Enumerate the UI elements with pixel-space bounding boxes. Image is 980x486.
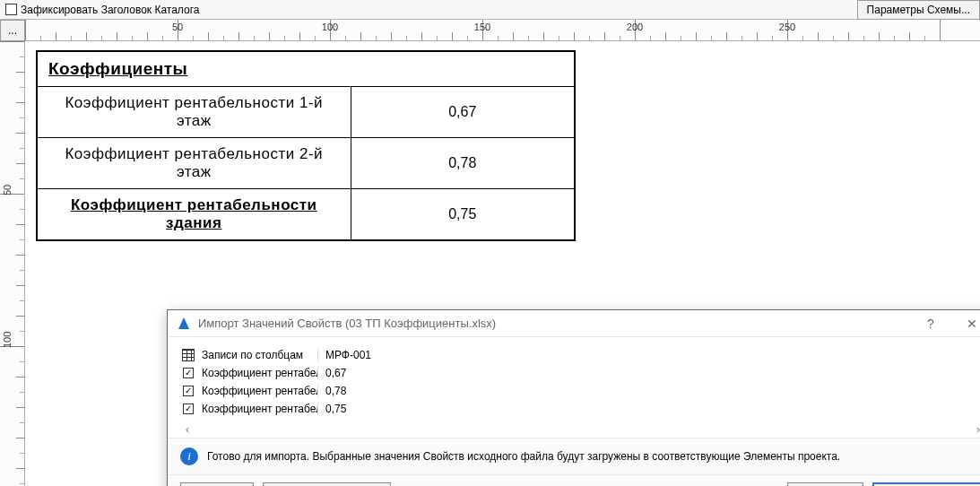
import-item-label: Коэффициент рентабел [202,403,318,415]
row-label: Коэффициент рентабельности здания [37,189,351,241]
scroll-left-icon[interactable]: ‹ [182,423,193,436]
row-label: Коэффициент рентабельности 2-й этаж [37,138,351,189]
row-value: 0,67 [351,87,575,138]
find-button[interactable]: Найти... [180,482,254,486]
corner-options-button[interactable]: ... [0,20,25,41]
status-text: Готово для импорта. Выбранные значения С… [207,450,840,463]
checkbox-icon[interactable] [183,368,194,378]
save-report-button[interactable]: Сохранить Отчет... [263,482,391,486]
columns-header-row: Записи по столбцам МРФ-001 [180,346,980,364]
import-item-label: Коэффициент рентабел [202,385,318,397]
row-label: Коэффициент рентабельности 1-й этаж [37,87,351,138]
close-button[interactable]: Закрыть [787,482,863,486]
vertical-ruler: 50100 [0,41,25,486]
horizontal-ruler: 50100150200250 [25,20,980,40]
schedule-title: Коэффициенты [37,51,575,87]
import-dialog: Импорт Значений Свойств (03 ТП Коэффицие… [167,309,980,486]
import-item-value: 0,75 [324,403,386,415]
columns-icon [182,349,195,361]
row-value: 0,75 [351,189,575,241]
checkbox-icon[interactable] [183,386,194,396]
import-item-value: 0,67 [324,367,386,379]
checkbox-icon [5,4,17,15]
help-button[interactable]: ? [914,312,948,335]
fix-header-checkbox[interactable]: Зафиксировать Заголовок Каталога [5,4,199,16]
import-button[interactable]: Импортировать [872,482,980,486]
table-row: Коэффициент рентабельности здания 0,75 [37,189,575,241]
import-item-row[interactable]: Коэффициент рентабел 0,78 [180,382,980,400]
close-icon[interactable]: ✕ [955,312,980,335]
import-item-label: Коэффициент рентабел [202,367,318,379]
import-item-row[interactable]: Коэффициент рентабел 0,67 [180,364,980,382]
app-logo-icon [177,317,191,331]
dialog-body: Записи по столбцам МРФ-001 Коэффициент р… [168,337,980,438]
checkbox-icon[interactable] [183,404,194,414]
import-item-row[interactable]: Коэффициент рентабел 0,75 [180,400,980,418]
info-icon: i [180,447,198,465]
scroll-right-icon[interactable]: › [973,423,980,436]
columns-header-label: Записи по столбцам [202,349,318,361]
svg-marker-0 [178,317,189,329]
row-value: 0,78 [351,138,575,189]
canvas-area[interactable]: Коэффициенты Коэффициент рентабельности … [25,41,980,486]
id-header: МРФ-001 [324,349,386,361]
table-row: Коэффициент рентабельности 1-й этаж 0,67 [37,87,575,138]
import-item-value: 0,78 [324,385,386,397]
scheme-params-button[interactable]: Параметры Схемы... [857,0,980,20]
fix-header-label: Зафиксировать Заголовок Каталога [21,4,199,16]
schedule-table: Коэффициенты Коэффициент рентабельности … [36,50,576,241]
table-row: Коэффициент рентабельности 2-й этаж 0,78 [37,138,575,189]
dialog-title: Импорт Значений Свойств (03 ТП Коэффицие… [198,317,906,330]
